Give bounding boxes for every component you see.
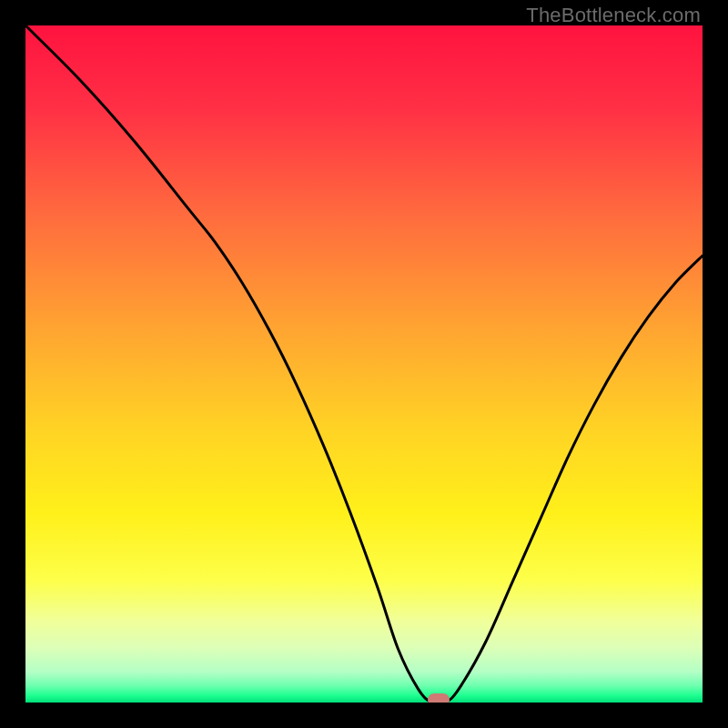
optimal-point-marker xyxy=(428,693,450,703)
watermark-text: TheBottleneck.com xyxy=(526,4,701,27)
bottleneck-curve xyxy=(25,25,703,703)
plot-area xyxy=(25,25,703,703)
chart-frame: TheBottleneck.com xyxy=(0,0,728,728)
